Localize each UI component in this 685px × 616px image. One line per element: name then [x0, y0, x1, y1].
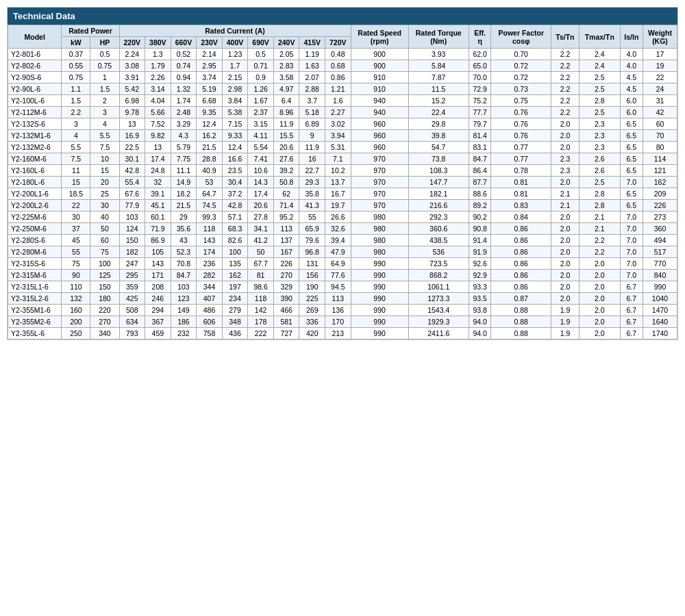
table-cell: 91.4 [469, 235, 491, 246]
table-cell: 60 [643, 118, 677, 130]
table-cell: 960 [351, 130, 408, 142]
table-cell: 2.48 [171, 107, 197, 118]
table-cell: 81.4 [469, 130, 491, 142]
table-cell: 508 [119, 305, 145, 316]
table-cell: 2.3 [579, 142, 620, 153]
table-cell: 83.1 [469, 142, 491, 153]
table-cell: 34.1 [248, 223, 274, 235]
table-cell: 7.5 [62, 153, 90, 165]
table-cell: 118 [248, 293, 274, 305]
table-cell: 246 [145, 293, 171, 305]
table-cell: 89.2 [469, 200, 491, 211]
table-cell: 20.6 [273, 142, 299, 153]
table-cell: 727 [273, 328, 299, 339]
table-cell: 75.2 [469, 95, 491, 107]
table-cell: 770 [643, 258, 677, 270]
table-cell: 990 [351, 293, 408, 305]
table-cell: 123 [171, 293, 197, 305]
table-cell: 0.74 [171, 60, 197, 72]
table-cell: 20.6 [248, 200, 274, 211]
table-cell: 94.0 [469, 316, 491, 328]
table-cell: 2.2 [551, 95, 580, 107]
table-cell: 390 [273, 293, 299, 305]
table-cell: 2.8 [579, 95, 620, 107]
table-cell: Y2-90L-6 [8, 84, 62, 95]
table-cell: 2.0 [579, 305, 620, 316]
table-cell: 1061.1 [408, 281, 469, 293]
table-cell: Y2-355M2-6 [8, 316, 62, 328]
table-cell: 222 [248, 328, 274, 339]
table-cell: 39.8 [408, 130, 469, 142]
table-cell: 2.5 [579, 107, 620, 118]
table-cell: 5.54 [248, 142, 274, 153]
table-cell: 344 [197, 281, 223, 293]
table-cell: 3.29 [171, 118, 197, 130]
table-cell: 75 [90, 246, 119, 258]
table-cell: 92.9 [469, 270, 491, 281]
table-cell: 5.42 [119, 84, 145, 95]
table-cell: 0.86 [491, 223, 551, 235]
table-cell: 6.0 [620, 95, 643, 107]
table-cell: 5.5 [62, 142, 90, 153]
table-cell: 2.0 [551, 223, 580, 235]
table-cell: 1470 [643, 305, 677, 316]
table-cell: 7.15 [222, 118, 248, 130]
table-cell: 3.15 [248, 118, 274, 130]
table-cell: 970 [351, 165, 408, 177]
table-cell: 53 [197, 177, 223, 188]
table-cell: 0.83 [491, 200, 551, 211]
table-cell: 2.2 [551, 84, 580, 95]
table-cell: 2.88 [299, 84, 325, 95]
table-cell: 121 [643, 165, 677, 177]
table-cell: 0.76 [491, 107, 551, 118]
table-cell: 2.0 [579, 316, 620, 328]
table-cell: Y2-802-6 [8, 60, 62, 72]
table-cell: 57.1 [222, 211, 248, 223]
table-cell: 0.72 [491, 60, 551, 72]
table-cell: 2.2 [551, 60, 580, 72]
table-cell: 65.9 [299, 223, 325, 235]
table-cell: 32.6 [325, 223, 351, 235]
table-cell: 45.1 [145, 200, 171, 211]
table-cell: 581 [273, 316, 299, 328]
table-cell: 269 [299, 305, 325, 316]
table-cell: 0.70 [491, 49, 551, 60]
table-cell: 17.4 [145, 153, 171, 165]
table-cell: 1543.4 [408, 305, 469, 316]
table-cell: 2.8 [579, 188, 620, 200]
table-cell: 113 [325, 293, 351, 305]
table-cell: 273 [643, 211, 677, 223]
table-cell: 11.1 [171, 165, 197, 177]
table-cell: 1.74 [171, 95, 197, 107]
table-cell: 2.2 [551, 72, 580, 84]
table-cell: 420 [299, 328, 325, 339]
table-cell: 4 [62, 130, 90, 142]
table-cell: 6.7 [620, 305, 643, 316]
table-cell: 77.6 [325, 270, 351, 281]
table-cell: 5.84 [408, 60, 469, 72]
table-cell: 2.83 [273, 60, 299, 72]
table-cell: 2.0 [551, 246, 580, 258]
table-cell: 1.6 [325, 95, 351, 107]
table-cell: 2.0 [551, 142, 580, 153]
table-cell: 0.71 [248, 60, 274, 72]
table-cell: 17.4 [248, 188, 274, 200]
table-cell: 50 [90, 223, 119, 235]
table-cell: 2.0 [579, 328, 620, 339]
table-cell: 0.55 [62, 60, 90, 72]
table-cell: 113 [273, 223, 299, 235]
table-cell: 62.0 [469, 49, 491, 60]
table-cell: 37.2 [222, 188, 248, 200]
table-cell: Y2-90S-6 [8, 72, 62, 84]
table-row: Y2-160M-67.51030.117.47.7528.816.67.4127… [8, 153, 677, 165]
table-cell: 45 [62, 235, 90, 246]
table-cell: 1.9 [551, 305, 580, 316]
table-cell: 940 [351, 95, 408, 107]
table-cell: 2.0 [551, 293, 580, 305]
table-cell: 7.0 [620, 258, 643, 270]
table-cell: 2.8 [579, 200, 620, 211]
table-cell: 2.0 [551, 118, 580, 130]
table-cell: 174 [197, 246, 223, 258]
table-cell: 7.52 [145, 118, 171, 130]
table-cell: Y2-801-6 [8, 49, 62, 60]
